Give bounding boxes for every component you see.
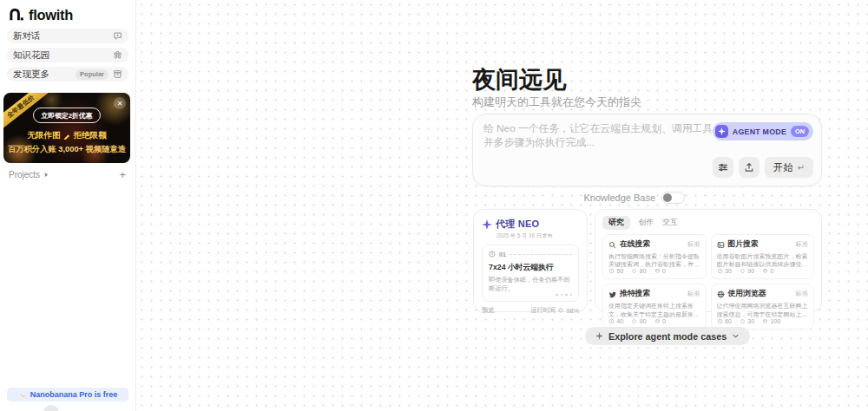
promo-banner[interactable]: 全年最低价 ✕ 立即锁定2折优惠 无限作图 拒绝限额 百万积分入账 3,000+… (3, 93, 130, 163)
timer-icon (608, 318, 615, 324)
upload-icon (744, 162, 754, 173)
credit-icon (740, 268, 746, 274)
flower-icon (113, 50, 122, 60)
agent-mode-label: AGENT MODE (733, 127, 786, 136)
promo-line2: 百万积分入账 3,000+ 视频随意造 (3, 144, 130, 155)
tool-title: 推特搜索 (620, 289, 650, 299)
add-project-button[interactable]: + (117, 169, 128, 180)
settings-sliders-button[interactable] (713, 157, 733, 178)
flowith-logo-icon (9, 7, 25, 23)
knowledge-base-label: Knowledge Base (583, 192, 655, 203)
neo-feature-title: 7x24 小时云端执行 (489, 263, 572, 273)
logo[interactable]: flowith (9, 7, 73, 23)
stat-coins: 100 (771, 318, 781, 324)
tool-desc: 执行智能网络搜索：分析指令提取关键搜索词，执行谷歌搜索，并为每个结果生成描述..… (608, 252, 700, 268)
knowledge-garden-label: 知识花园 (13, 49, 108, 62)
promo-cta-pill[interactable]: 立即锁定2折优惠 (33, 108, 102, 123)
knowledge-base-row: Knowledge Base (583, 192, 685, 204)
timer-icon (608, 268, 615, 274)
tools-tabs: 研究 创作 交互 (602, 216, 814, 230)
nanobanana-banner[interactable]: Nanobanana Pro is free (7, 388, 128, 401)
main-area: 夜间远见 构建明天的工具就在您今天的指尖 AGENT MODE ON (137, 0, 868, 411)
diamond-icon (558, 308, 563, 313)
stat-credits: 90 (640, 318, 647, 324)
sidebar-item-new-chat[interactable]: 新对话 (7, 29, 128, 43)
neo-sparkle-icon (482, 219, 492, 230)
coins-icon (654, 268, 661, 274)
start-button[interactable]: 开始 ↵ (765, 157, 813, 178)
chevron-down-icon (732, 332, 740, 340)
promo-line2-c: 视频随意造 (86, 145, 126, 153)
explore-cases-button[interactable]: Explore agent mode cases (585, 327, 750, 345)
clock-icon (489, 251, 496, 258)
stat-coins: 0 (662, 318, 666, 324)
stat-time: 30 (725, 268, 732, 274)
enter-key-icon: ↵ (798, 163, 805, 173)
tab-research[interactable]: 研究 (602, 216, 630, 230)
twitter-icon (608, 290, 616, 298)
discover-label: 发现更多 (13, 68, 71, 81)
neo-footer-left: 预览 (482, 306, 495, 315)
neo-uptime-value: 98% (566, 307, 579, 315)
neo-title: 代理 NEO (496, 218, 539, 231)
tool-desc: 使用指定关键词在推特上搜索推文，收集关于特定主题的最新推文和讨论。 (608, 302, 700, 317)
tools-grid: 在线搜索 标准 执行智能网络搜索：分析指令提取关键搜索词，执行谷歌搜索，并为每个… (602, 234, 814, 310)
app-root: flowith 新对话 知识花园 发现更多 Popular (0, 0, 868, 411)
promo-line1-right: 拒绝限额 (74, 130, 107, 141)
banana-icon (18, 390, 27, 399)
projects-toggle[interactable]: Projects + (9, 169, 128, 180)
timer-icon (717, 318, 723, 324)
timer-icon (717, 268, 723, 274)
neo-release-date: 2025 年 5 月 16 日发布 (496, 232, 579, 240)
explore-cases-label: Explore agent mode cases (608, 331, 727, 342)
sliders-icon (718, 162, 728, 173)
stat-time: 60 (725, 318, 732, 324)
page-title: 夜间远见 (472, 64, 566, 95)
neo-feature-desc: 即使设备休眠，任务仍将不间断运行。 (489, 276, 572, 292)
knowledge-base-toggle[interactable] (661, 192, 685, 204)
globe-icon (717, 290, 725, 298)
neo-uptime-label: 运行时间 (530, 306, 556, 315)
upload-button[interactable] (739, 157, 760, 178)
stat-coins: 0 (662, 268, 666, 274)
coins-icon (762, 268, 768, 274)
dashed-divider (510, 254, 572, 255)
neo-feature-panel: 01 7x24 小时云端执行 即使设备休眠，任务仍将不间断运行。 (482, 245, 579, 302)
agent-on-badge: ON (791, 126, 809, 137)
popular-badge: Popular (76, 69, 108, 80)
archive-box-icon (113, 69, 122, 79)
tab-creation[interactable]: 创作 (639, 216, 654, 230)
avatar[interactable] (43, 405, 59, 411)
sparkle-icon (595, 332, 603, 340)
logo-text: flowith (29, 7, 73, 23)
promo-line1: 无限作图 拒绝限额 (3, 130, 130, 141)
search-icon (608, 241, 616, 249)
prompt-input[interactable] (483, 122, 727, 159)
tool-card-use-browser[interactable]: 使用浏览器 标准 让代理使用网络浏览器在互联网上搜索信息，可用于在特定网站上搜索… (711, 284, 815, 329)
tool-desc: 使用谷歌图片搜索预览图片，检索图片标题和链接以供后续步骤使用。 (717, 252, 809, 268)
tab-interaction[interactable]: 交互 (662, 216, 678, 230)
tools-panel: 研究 创作 交互 在线搜索 标准 执行智能网络搜索：分析指令提取关键搜索词，执行… (595, 209, 822, 312)
tool-card-twitter-search[interactable]: 推特搜索 标准 使用指定关键词在推特上搜索推文，收集关于特定主题的最新推文和讨论… (602, 284, 707, 329)
agent-mode-toggle[interactable]: AGENT MODE ON (713, 122, 813, 140)
carousel-dots[interactable] (556, 294, 572, 297)
promo-line2-count: 3,000+ (58, 145, 83, 153)
stat-credits: 30 (747, 318, 754, 324)
start-label: 开始 (773, 161, 793, 174)
promo-line2-a: 百万积分入账 (8, 145, 56, 153)
tool-card-online-search[interactable]: 在线搜索 标准 执行智能网络搜索：分析指令提取关键搜索词，执行谷歌搜索，并为每个… (602, 234, 707, 279)
chat-plus-icon (113, 31, 122, 41)
neo-step-row: 01 (489, 251, 572, 258)
credit-icon (740, 318, 746, 324)
stat-coins: 0 (771, 268, 774, 274)
prompt-card: AGENT MODE ON 开始 (472, 114, 822, 186)
neo-agent-card[interactable]: 代理 NEO 2025 年 5 月 16 日发布 01 7x24 小时云端执行 … (473, 209, 588, 312)
promo-line1-left: 无限作图 (28, 130, 61, 141)
sidebar-item-knowledge-garden[interactable]: 知识花园 (7, 48, 128, 62)
tool-card-image-search[interactable]: 图片搜索 标准 使用谷歌图片搜索预览图片，检索图片标题和链接以供后续步骤使用。 … (711, 234, 815, 279)
page-subtitle: 构建明天的工具就在您今天的指尖 (472, 95, 641, 110)
sidebar-item-discover[interactable]: 发现更多 Popular (7, 67, 128, 82)
tool-title: 在线搜索 (620, 239, 650, 250)
close-icon[interactable]: ✕ (114, 97, 126, 109)
standard-badge: 标准 (795, 240, 808, 249)
